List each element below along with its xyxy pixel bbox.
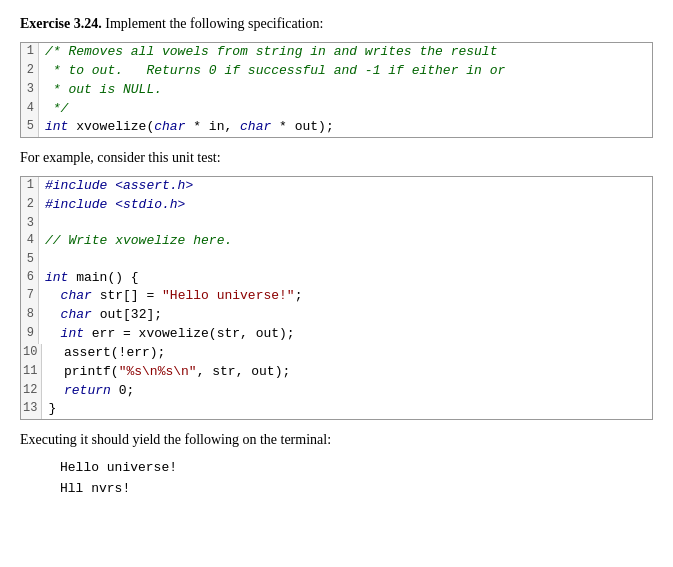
- line-number: 9: [21, 325, 39, 344]
- paragraph1: For example, consider this unit test:: [20, 150, 653, 166]
- output-block: Hello universe! Hll nvrs!: [60, 458, 653, 500]
- output-line1: Hello universe!: [60, 458, 653, 479]
- line-number: 1: [21, 177, 39, 196]
- line-content: char out[32];: [39, 306, 162, 325]
- line-number: 1: [21, 43, 39, 62]
- line-content: printf("%s\n%s\n", str, out);: [42, 363, 290, 382]
- exercise-label: Exercise 3.24.: [20, 16, 102, 31]
- code-line: 11 printf("%s\n%s\n", str, out);: [21, 363, 652, 382]
- line-number: 12: [21, 382, 42, 401]
- line-number: 3: [21, 81, 39, 100]
- line-content: * to out. Returns 0 if successful and -1…: [39, 62, 505, 81]
- line-number: 3: [21, 215, 39, 232]
- unit-test-code-block: 1#include <assert.h>2#include <stdio.h>3…: [20, 176, 653, 420]
- code-line: 1#include <assert.h>: [21, 177, 652, 196]
- line-content: char str[] = "Hello universe!";: [39, 287, 302, 306]
- line-number: 13: [21, 400, 42, 419]
- code-line: 12 return 0;: [21, 382, 652, 401]
- code-line: 6int main() {: [21, 269, 652, 288]
- line-number: 2: [21, 62, 39, 81]
- output-line2: Hll nvrs!: [60, 479, 653, 500]
- code-line: 3 * out is NULL.: [21, 81, 652, 100]
- code-line: 5: [21, 251, 652, 268]
- code-line: 5int xvowelize(char * in, char * out);: [21, 118, 652, 137]
- line-number: 2: [21, 196, 39, 215]
- line-content: #include <stdio.h>: [39, 196, 185, 215]
- line-content: /* Removes all vowels from string in and…: [39, 43, 497, 62]
- code-line: 2#include <stdio.h>: [21, 196, 652, 215]
- code-line: 3: [21, 215, 652, 232]
- paragraph2: Executing it should yield the following …: [20, 432, 653, 448]
- line-number: 4: [21, 100, 39, 119]
- line-content: #include <assert.h>: [39, 177, 193, 196]
- code-line: 1/* Removes all vowels from string in an…: [21, 43, 652, 62]
- line-number: 11: [21, 363, 42, 382]
- line-number: 7: [21, 287, 39, 306]
- code-line: 2 * to out. Returns 0 if successful and …: [21, 62, 652, 81]
- line-content: assert(!err);: [42, 344, 165, 363]
- line-content: [39, 251, 45, 268]
- code-line: 7 char str[] = "Hello universe!";: [21, 287, 652, 306]
- line-content: * out is NULL.: [39, 81, 162, 100]
- line-content: */: [39, 100, 68, 119]
- code-line: 4 */: [21, 100, 652, 119]
- line-content: // Write xvowelize here.: [39, 232, 232, 251]
- line-content: }: [42, 400, 56, 419]
- line-content: return 0;: [42, 382, 134, 401]
- line-content: int main() {: [39, 269, 139, 288]
- line-number: 10: [21, 344, 42, 363]
- line-number: 5: [21, 251, 39, 268]
- line-number: 6: [21, 269, 39, 288]
- exercise-title: Exercise 3.24. Implement the following s…: [20, 16, 653, 32]
- line-content: int xvowelize(char * in, char * out);: [39, 118, 334, 137]
- code-line: 13}: [21, 400, 652, 419]
- line-content: [39, 215, 45, 232]
- line-content: int err = xvowelize(str, out);: [39, 325, 295, 344]
- code-line: 9 int err = xvowelize(str, out);: [21, 325, 652, 344]
- spec-code-block: 1/* Removes all vowels from string in an…: [20, 42, 653, 138]
- code-line: 8 char out[32];: [21, 306, 652, 325]
- code-line: 4// Write xvowelize here.: [21, 232, 652, 251]
- line-number: 4: [21, 232, 39, 251]
- code-line: 10 assert(!err);: [21, 344, 652, 363]
- line-number: 8: [21, 306, 39, 325]
- line-number: 5: [21, 118, 39, 137]
